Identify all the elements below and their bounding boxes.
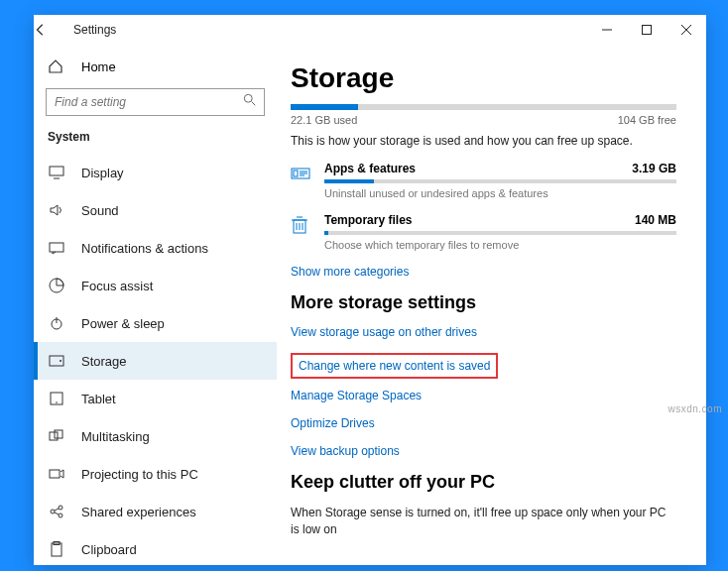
home-icon <box>48 58 65 74</box>
search-input[interactable] <box>46 88 265 116</box>
cat-name: Temporary files <box>324 213 412 227</box>
used-label: 22.1 GB used <box>291 114 357 126</box>
sidebar-item-projecting[interactable]: Projecting to this PC <box>34 455 277 493</box>
usage-desc: This is how your storage is used and how… <box>291 134 676 148</box>
sidebar-item-notifications[interactable]: Notifications & actions <box>34 229 277 267</box>
clipboard-icon <box>48 541 65 557</box>
multitasking-icon <box>48 429 65 443</box>
cat-size: 140 MB <box>635 213 676 227</box>
sidebar-item-tablet[interactable]: Tablet <box>34 380 277 417</box>
svg-rect-27 <box>294 171 298 176</box>
sidebar-label: Power & sleep <box>81 316 165 331</box>
sidebar-label: Notifications & actions <box>81 241 208 256</box>
settings-window: Settings Home System Display Soun <box>34 15 706 565</box>
sidebar: Home System Display Sound Notifications … <box>34 45 277 565</box>
category-temp[interactable]: Temporary files140 MB Choose which tempo… <box>291 213 676 261</box>
svg-rect-16 <box>50 432 58 440</box>
sidebar-section-label: System <box>34 130 277 154</box>
tablet-icon <box>48 392 65 405</box>
page-title: Storage <box>291 62 676 94</box>
svg-point-13 <box>60 360 61 362</box>
link-storage-spaces[interactable]: Manage Storage Spaces <box>291 389 676 402</box>
shared-icon <box>48 505 65 518</box>
link-optimize-drives[interactable]: Optimize Drives <box>291 416 676 430</box>
svg-rect-8 <box>50 243 63 252</box>
free-label: 104 GB free <box>618 114 676 126</box>
focus-icon <box>48 278 65 293</box>
sidebar-label: Tablet <box>81 392 116 406</box>
sidebar-label: Display <box>81 166 124 180</box>
svg-point-15 <box>56 401 58 403</box>
keep-clutter-desc: When Storage sense is turned on, it'll f… <box>291 505 676 538</box>
cat-size: 3.19 GB <box>632 162 676 175</box>
svg-line-5 <box>252 102 256 106</box>
power-icon <box>48 315 65 331</box>
svg-rect-17 <box>55 430 62 438</box>
sidebar-item-focus[interactable]: Focus assist <box>34 267 277 304</box>
title-bar: Settings <box>34 15 706 45</box>
link-other-drives[interactable]: View storage usage on other drives <box>291 325 676 339</box>
projecting-icon <box>48 467 65 481</box>
sidebar-label: Clipboard <box>81 542 137 557</box>
sidebar-label: Multitasking <box>81 429 150 444</box>
sidebar-home[interactable]: Home <box>34 51 277 82</box>
maximize-button[interactable] <box>627 15 667 45</box>
close-button[interactable] <box>667 15 706 45</box>
svg-point-20 <box>59 506 62 510</box>
search-icon <box>243 93 257 107</box>
home-label: Home <box>81 59 116 74</box>
sidebar-label: Sound <box>81 203 119 218</box>
display-icon <box>48 166 65 179</box>
trash-icon <box>291 213 314 261</box>
sidebar-item-power[interactable]: Power & sleep <box>34 304 277 342</box>
cat-sub: Uninstall unused or undesired apps & fea… <box>324 187 676 199</box>
sound-icon <box>48 203 65 217</box>
sidebar-item-multitasking[interactable]: Multitasking <box>34 417 277 455</box>
apps-icon <box>291 162 314 209</box>
svg-rect-6 <box>50 167 63 175</box>
main-content: Storage 22.1 GB used 104 GB free This is… <box>277 45 706 565</box>
sidebar-label: Projecting to this PC <box>81 467 198 482</box>
sidebar-item-clipboard[interactable]: Clipboard <box>34 530 277 565</box>
link-backup-options[interactable]: View backup options <box>291 444 676 458</box>
svg-point-19 <box>51 510 55 514</box>
notifications-icon <box>48 241 65 255</box>
svg-line-22 <box>55 509 59 511</box>
show-more-link[interactable]: Show more categories <box>291 265 676 279</box>
svg-point-4 <box>244 94 252 102</box>
link-change-content-location[interactable]: Change where new content is saved <box>299 359 490 373</box>
minimize-button[interactable] <box>587 15 627 45</box>
watermark: wsxdn.com <box>667 403 722 414</box>
svg-rect-18 <box>50 470 60 478</box>
sidebar-item-shared[interactable]: Shared experiences <box>34 493 277 530</box>
back-button[interactable] <box>34 23 73 37</box>
sidebar-item-sound[interactable]: Sound <box>34 191 277 229</box>
sidebar-label: Shared experiences <box>81 505 196 519</box>
sidebar-label: Storage <box>81 354 127 369</box>
svg-line-23 <box>55 513 59 514</box>
svg-rect-1 <box>643 26 652 35</box>
keep-clutter-heading: Keep clutter off your PC <box>291 472 676 493</box>
svg-point-21 <box>59 514 62 517</box>
sidebar-item-display[interactable]: Display <box>34 154 277 191</box>
category-apps[interactable]: Apps & features3.19 GB Uninstall unused … <box>291 162 676 209</box>
cat-sub: Choose which temporary files to remove <box>324 239 676 251</box>
storage-icon <box>48 355 65 367</box>
storage-bar <box>291 104 676 110</box>
sidebar-label: Focus assist <box>81 279 153 293</box>
cat-name: Apps & features <box>324 162 416 175</box>
app-title: Settings <box>73 23 116 37</box>
highlighted-link-box: Change where new content is saved <box>291 353 498 379</box>
more-settings-heading: More storage settings <box>291 292 676 313</box>
sidebar-item-storage[interactable]: Storage <box>34 342 277 380</box>
